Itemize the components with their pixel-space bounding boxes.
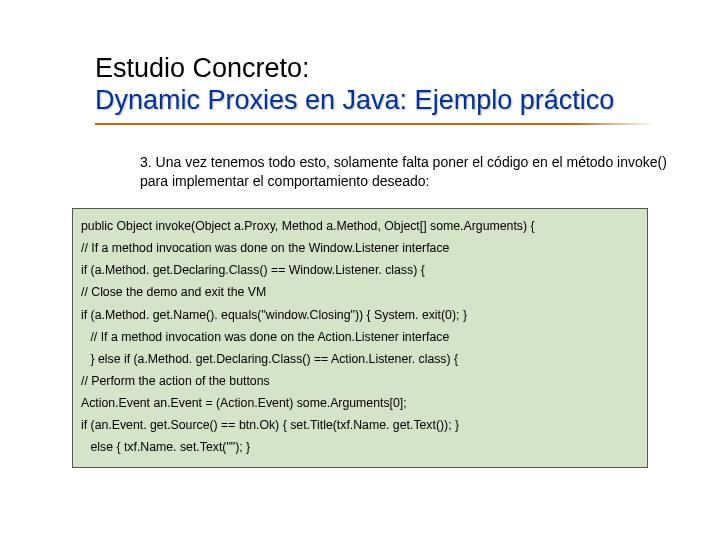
- slide-title: Estudio Concreto: Dynamic Proxies en Jav…: [95, 52, 695, 125]
- code-line: Action.Event an.Event = (Action.Event) s…: [81, 392, 639, 414]
- code-line: // Close the demo and exit the VM: [81, 281, 639, 303]
- title-line-2: Dynamic Proxies en Java: Ejemplo práctic…: [95, 84, 695, 116]
- body-paragraph: 3. Una vez tenemos todo esto, solamente …: [140, 153, 670, 191]
- code-line: if (an.Event. get.Source() == btn.Ok) { …: [81, 414, 639, 436]
- code-line: } else if (a.Method. get.Declaring.Class…: [81, 348, 639, 370]
- code-line: if (a.Method. get.Name(). equals("window…: [81, 304, 639, 326]
- code-line: public Object invoke(Object a.Proxy, Met…: [81, 215, 639, 237]
- code-line: // If a method invocation was done on th…: [81, 237, 639, 259]
- code-line: else { txf.Name. set.Text(""); }: [81, 436, 639, 458]
- code-block: public Object invoke(Object a.Proxy, Met…: [72, 208, 648, 468]
- title-line-1: Estudio Concreto:: [95, 52, 695, 84]
- code-line: // If a method invocation was done on th…: [81, 326, 639, 348]
- code-line: // Perform the action of the buttons: [81, 370, 639, 392]
- code-line: if (a.Method. get.Declaring.Class() == W…: [81, 259, 639, 281]
- title-underline: [95, 123, 655, 125]
